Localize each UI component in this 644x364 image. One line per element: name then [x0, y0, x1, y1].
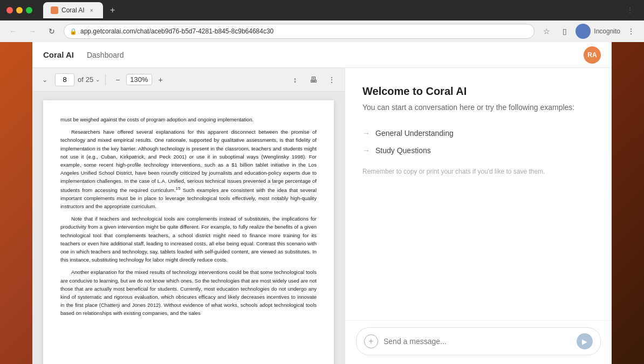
- pdf-text-paragraph-3: Another explanation for the mixed result…: [60, 268, 317, 317]
- pdf-content: must be weighed against the costs of pro…: [32, 92, 345, 364]
- app-logo: Coral AI: [43, 50, 74, 59]
- pdf-page-input[interactable]: [55, 73, 74, 86]
- suggestion-arrow-2: →: [362, 146, 370, 155]
- lock-icon: 🔒: [70, 28, 77, 35]
- suggestion-study-questions[interactable]: → Study Questions: [362, 142, 594, 159]
- chat-attach-button[interactable]: +: [364, 334, 378, 348]
- pdf-text-paragraph-2: Note that if teachers and technological …: [60, 215, 317, 264]
- suggestion-label-1[interactable]: General Understanding: [375, 129, 454, 138]
- pdf-page: must be weighed against the costs of pro…: [43, 100, 334, 364]
- chat-footer-note: Remember to copy or print your chats if …: [362, 159, 594, 180]
- active-tab[interactable]: Coral AI ×: [43, 2, 103, 18]
- chat-panel: Welcome to Coral AI You can start a conv…: [345, 68, 612, 364]
- main-layout: ⌄ of 25 ⌄ − 130% + ↕ 🖶: [32, 68, 612, 364]
- profile-button[interactable]: [576, 24, 591, 39]
- extensions-button[interactable]: ▯: [557, 24, 572, 39]
- tab-close-button[interactable]: ×: [88, 6, 95, 14]
- url-text: app.getcoralai.com/chat/aceb9d76-b5d7-42…: [80, 28, 273, 35]
- fullscreen-window-button[interactable]: [26, 7, 32, 13]
- welcome-title: Welcome to Coral AI: [362, 85, 594, 98]
- browser-window: Coral AI × + ⋮ ← → ↻ 🔒 app.getcoralai.co…: [0, 0, 644, 364]
- pdf-zoom-out-button[interactable]: −: [111, 73, 124, 86]
- suggestion-general-understanding[interactable]: → General Understanding: [362, 125, 594, 142]
- toolbar-actions: ☆ ▯ Incognito ⋮: [539, 24, 639, 39]
- traffic-lights: [6, 7, 32, 13]
- pdf-of-label: of: [78, 75, 84, 84]
- user-avatar[interactable]: RA: [584, 46, 601, 64]
- chrome-more-options[interactable]: ⋮: [624, 24, 639, 39]
- tab-favicon: [51, 6, 58, 14]
- new-tab-button[interactable]: +: [105, 3, 120, 18]
- pdf-text-paragraph-1: Researchers have offered several explana…: [60, 128, 317, 210]
- chat-content: Welcome to Coral AI You can start a conv…: [345, 68, 612, 320]
- bookmark-button[interactable]: ☆: [539, 24, 554, 39]
- browser-titlebar: Coral AI × + ⋮: [0, 0, 644, 20]
- pdf-zoom-in-button[interactable]: +: [154, 73, 167, 86]
- chat-message-input[interactable]: [383, 337, 571, 346]
- browser-more-options[interactable]: ⋮: [622, 3, 638, 18]
- browser-toolbar: ← → ↻ 🔒 app.getcoralai.com/chat/aceb9d76…: [0, 20, 644, 42]
- pdf-page-chevron-icon: ⌄: [95, 77, 100, 83]
- welcome-subtitle: You can start a conversation here or try…: [362, 103, 594, 112]
- pdf-page-info: of 25 ⌄: [78, 75, 100, 84]
- pdf-prev-page-button[interactable]: ⌄: [38, 73, 52, 87]
- chat-input-area: + ▶: [345, 320, 612, 364]
- pdf-text-line-1: must be weighed against the costs of pro…: [60, 115, 317, 123]
- forward-button[interactable]: →: [25, 24, 40, 39]
- suggestion-arrow-1: →: [362, 129, 370, 138]
- chat-send-button[interactable]: ▶: [577, 333, 593, 349]
- send-icon: ▶: [582, 338, 587, 346]
- pdf-zoom-value[interactable]: 130%: [126, 74, 152, 85]
- dashboard-nav-link[interactable]: Dashboard: [87, 51, 124, 59]
- pdf-print-button[interactable]: 🖶: [306, 72, 321, 87]
- minimize-window-button[interactable]: [16, 7, 23, 13]
- pdf-zoom-group: − 130% +: [111, 73, 167, 86]
- pdf-toolbar: ⌄ of 25 ⌄ − 130% + ↕ 🖶: [32, 68, 345, 92]
- pdf-panel: ⌄ of 25 ⌄ − 130% + ↕ 🖶: [32, 68, 345, 364]
- pdf-pan-tool-button[interactable]: ↕: [287, 72, 303, 87]
- app-header: Coral AI Dashboard RA: [32, 42, 612, 68]
- incognito-label: Incognito: [594, 28, 620, 35]
- refresh-button[interactable]: ↻: [44, 24, 59, 39]
- address-bar[interactable]: 🔒 app.getcoralai.com/chat/aceb9d76-b5d7-…: [64, 24, 535, 39]
- suggestion-label-2[interactable]: Study Questions: [375, 146, 431, 155]
- chat-input-box: + ▶: [356, 327, 601, 355]
- pdf-toolbar-separator: [105, 74, 106, 85]
- pdf-more-options-button[interactable]: ⋮: [324, 72, 339, 87]
- app-container: Coral AI Dashboard RA ⌄ of 25 ⌄: [32, 42, 612, 364]
- back-button[interactable]: ←: [5, 24, 20, 39]
- tab-bar: Coral AI × +: [43, 2, 618, 18]
- pdf-total-pages: 25: [86, 75, 93, 84]
- close-window-button[interactable]: [6, 7, 13, 13]
- tab-title: Coral AI: [61, 6, 85, 14]
